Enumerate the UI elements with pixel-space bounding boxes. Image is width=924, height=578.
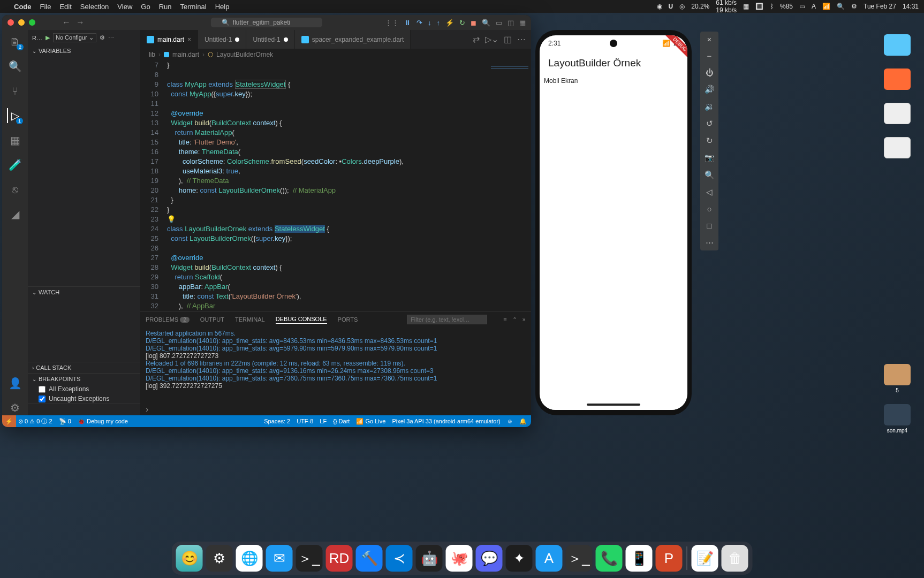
emu-minimize-icon[interactable]: − — [707, 51, 712, 60]
emu-power-icon[interactable]: ⏻ — [706, 68, 714, 77]
remote-indicator[interactable]: ⚡ — [2, 415, 16, 427]
emu-zoom-icon[interactable]: 🔍 — [705, 170, 715, 180]
folder-icon[interactable] — [881, 34, 913, 58]
debug-step-out-icon[interactable]: ↑ — [437, 19, 441, 27]
emu-screenshot-icon[interactable]: 📷 — [705, 153, 715, 163]
account-icon[interactable]: 👤 — [7, 376, 22, 391]
sb-device[interactable]: Pixel 3a API 33 (android-arm64 emulator) — [392, 418, 500, 425]
devtools-icon[interactable]: 🔍 — [482, 19, 490, 27]
code-editor[interactable]: } class MyApp extends StatelessWidget { … — [167, 60, 488, 311]
u-icon[interactable]: U — [669, 3, 673, 10]
sb-lang[interactable]: {} Dart — [333, 418, 350, 425]
debug-console-output[interactable]: Restarted application in 567ms.D/EGL_emu… — [140, 328, 531, 404]
gear-icon[interactable]: ⚙ — [100, 34, 105, 41]
debug-step-over-icon[interactable]: ↷ — [416, 19, 422, 27]
tab-untitled-1[interactable]: Untitled-1 — [198, 30, 246, 49]
start-debug-icon[interactable]: ▶ — [46, 34, 50, 41]
debug-restart-icon[interactable]: ↻ — [459, 19, 465, 27]
search-icon[interactable]: 🔍 — [7, 59, 22, 74]
panel-terminal[interactable]: TERMINAL — [235, 316, 265, 323]
vscode-icon[interactable]: ≺ — [386, 545, 413, 572]
notes-icon[interactable]: 📝 — [692, 545, 718, 572]
menubar-file[interactable]: File — [40, 3, 51, 11]
minimap-toggle-icon[interactable]: ⇄ — [473, 34, 480, 44]
watch-header[interactable]: ⌄WATCH — [28, 287, 140, 298]
iterm-icon[interactable]: ＞_ — [296, 545, 323, 572]
emu-close-icon[interactable]: × — [707, 35, 712, 44]
panel-filter-input[interactable] — [407, 315, 487, 324]
menubar-time[interactable]: 14:31 — [903, 3, 919, 10]
settings-icon[interactable]: ⚙ — [7, 400, 22, 415]
emu-rotate-right-icon[interactable]: ↻ — [706, 136, 713, 146]
sb-eol[interactable]: LF — [320, 418, 327, 425]
tab-main-dart[interactable]: main.dart× — [140, 30, 198, 49]
command-center[interactable]: 🔍 flutter_egitim_paketi — [211, 18, 322, 27]
battery-icon[interactable]: 🔳 — [755, 3, 763, 10]
tab-untitled-2[interactable]: Untitled-1 — [246, 30, 294, 49]
stats-icon[interactable]: ▦ — [743, 3, 749, 10]
wifi-icon[interactable]: 📶 — [822, 3, 830, 10]
battery2-icon[interactable]: ▭ — [799, 3, 805, 10]
terminal-icon[interactable]: ＞_ — [566, 545, 593, 572]
finder-icon[interactable]: 😊 — [176, 545, 203, 572]
debug-config-select[interactable]: No Configur ⌄ — [53, 33, 96, 42]
breakpoints-header[interactable]: ⌄BREAKPOINTS — [28, 374, 140, 384]
window-maximize-button[interactable] — [29, 19, 35, 26]
debug-step-into-icon[interactable]: ↓ — [428, 19, 431, 27]
menubar-view[interactable]: View — [117, 3, 132, 11]
bluetooth-icon[interactable]: ᛒ — [770, 3, 774, 10]
emu-volume-up-icon[interactable]: 🔊 — [705, 85, 715, 94]
emu-volume-down-icon[interactable]: 🔉 — [705, 102, 715, 111]
menubar-edit[interactable]: Edit — [59, 3, 71, 11]
sb-radio[interactable]: 📡 0 — [59, 418, 71, 425]
menubar-terminal[interactable]: Terminal — [180, 3, 207, 11]
thumbnail-son[interactable]: son.mp4 — [881, 404, 913, 434]
flutter-icon[interactable]: ◢ — [7, 207, 22, 222]
emu-back-icon[interactable]: ◁ — [706, 187, 713, 197]
run-debug-icon[interactable]: ▷1 — [7, 108, 22, 123]
debug-stop-icon[interactable]: ◼ — [471, 19, 476, 27]
cpu-indicator[interactable]: 20.2% — [691, 3, 709, 10]
chrome-icon[interactable]: 🌐 — [236, 545, 263, 572]
sb-errors[interactable]: ⊘ 0 ⚠ 0 ⓘ 2 — [18, 417, 52, 425]
close-icon[interactable]: × — [187, 36, 191, 43]
layout-sidebar-icon[interactable]: ◫ — [508, 19, 514, 27]
source-control-icon[interactable]: ⑂ — [7, 83, 22, 98]
simulator-icon[interactable]: 📱 — [626, 545, 653, 572]
nav-forward-icon[interactable]: → — [76, 18, 85, 27]
split-editor-icon[interactable]: ◫ — [504, 34, 512, 44]
thumbnail-5[interactable]: 5 — [881, 364, 913, 393]
layout-panel-icon[interactable]: ▭ — [496, 19, 502, 27]
sb-golive[interactable]: 📶 Go Live — [356, 418, 385, 425]
whatsapp-icon[interactable]: 📞 — [596, 545, 623, 572]
app-store-icon[interactable]: A — [536, 545, 563, 572]
hot-reload-icon[interactable]: ⚡ — [445, 19, 454, 27]
extensions-icon[interactable]: ▦ — [7, 133, 22, 148]
trash-icon[interactable]: 🗑 — [722, 545, 748, 572]
panel-output[interactable]: OUTPUT — [200, 316, 224, 323]
panel-debug-console[interactable]: DEBUG CONSOLE — [276, 316, 327, 324]
sb-spaces[interactable]: Spaces: 2 — [264, 418, 290, 425]
mail-icon[interactable]: ✉ — [266, 545, 293, 572]
panel-clear-icon[interactable]: ≡ — [503, 316, 506, 323]
run-code-icon[interactable]: ▷⌄ — [485, 34, 498, 44]
minimap[interactable] — [488, 60, 531, 311]
phone-screen[interactable]: 2:31 📶▲ DEBUG LayoutBuilder Örnek Mobil … — [540, 35, 687, 410]
record-icon[interactable]: ◉ — [657, 3, 662, 10]
emu-home-icon[interactable]: ○ — [707, 204, 711, 214]
sb-debug[interactable]: 🐞 Debug my code — [78, 418, 128, 425]
sb-bell-icon[interactable]: 🔔 — [519, 418, 527, 425]
menubar-run[interactable]: Run — [159, 3, 172, 11]
net-indicator[interactable]: 61 kb/s19 kb/s — [716, 0, 737, 14]
explorer-icon[interactable]: 🗎2 — [7, 34, 22, 49]
variables-header[interactable]: ⌄VARIABLES — [28, 45, 140, 56]
testing-icon[interactable]: 🧪 — [7, 157, 22, 172]
window-close-button[interactable] — [7, 19, 14, 26]
panel-close-icon[interactable]: × — [522, 316, 526, 323]
document-icon-2[interactable] — [881, 137, 913, 161]
nav-back-icon[interactable]: ← — [62, 18, 71, 27]
powerpoint-icon[interactable]: P — [656, 545, 683, 572]
panel-maximize-icon[interactable]: ⌃ — [512, 316, 517, 323]
more-icon[interactable]: ⋯ — [108, 34, 114, 41]
rider-icon[interactable]: RD — [326, 545, 353, 572]
